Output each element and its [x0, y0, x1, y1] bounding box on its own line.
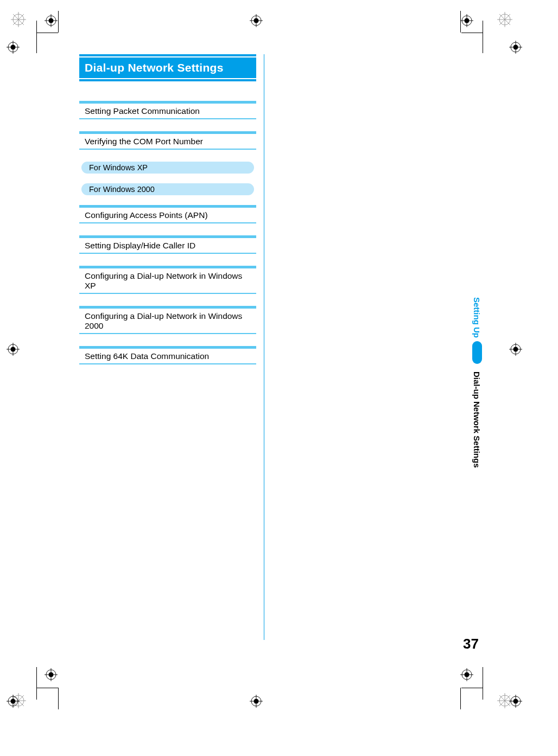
section-heading: Setting 64K Data Communication	[79, 346, 256, 364]
side-tab-topic: Dial-up Network Settings	[472, 371, 481, 468]
registration-mark-icon	[45, 14, 58, 27]
section-heading: Configuring a Dial-up Network in Windows…	[79, 266, 256, 294]
svg-line-19	[499, 695, 510, 706]
sub-heading-pill: For Windows XP	[81, 162, 254, 174]
section-heading: Verifying the COM Port Number	[79, 131, 256, 150]
section-heading: Setting Packet Communication	[79, 101, 256, 119]
side-tab: Setting Up Dial-up Network Settings	[471, 297, 482, 468]
registration-mark-icon	[7, 343, 20, 356]
svg-point-0	[13, 14, 24, 25]
content-column: Dial-up Network Settings Setting Packet …	[79, 54, 256, 376]
registration-mark-icon	[460, 668, 473, 681]
svg-line-3	[13, 14, 24, 25]
registration-mark-icon	[460, 14, 473, 27]
registration-starburst-icon	[11, 693, 26, 708]
svg-point-10	[13, 695, 24, 706]
column-divider	[264, 54, 264, 640]
registration-mark-icon	[250, 695, 263, 708]
svg-line-8	[499, 14, 510, 25]
registration-mark-icon	[7, 695, 20, 708]
side-tab-chapter: Setting Up	[472, 297, 481, 338]
svg-line-9	[499, 14, 510, 25]
section-heading: Setting Display/Hide Caller ID	[79, 235, 256, 254]
registration-mark-icon	[250, 14, 263, 27]
registration-starburst-icon	[497, 12, 512, 27]
registration-mark-icon	[509, 343, 522, 356]
svg-line-18	[499, 695, 510, 706]
registration-mark-icon	[45, 668, 58, 681]
svg-point-15	[499, 695, 510, 706]
svg-point-5	[499, 14, 510, 25]
svg-line-4	[13, 14, 24, 25]
registration-starburst-icon	[11, 12, 26, 27]
svg-line-13	[13, 695, 24, 706]
thumb-tab-icon	[472, 341, 482, 364]
registration-starburst-icon	[497, 693, 512, 708]
page-number: 37	[463, 636, 479, 652]
section-heading: Configuring a Dial-up Network in Windows…	[79, 306, 256, 334]
section-heading: Configuring Access Points (APN)	[79, 205, 256, 223]
sub-heading-pill: For Windows 2000	[81, 183, 254, 195]
svg-line-14	[13, 695, 24, 706]
page-title: Dial-up Network Settings	[79, 57, 256, 78]
registration-mark-icon	[509, 41, 522, 54]
registration-mark-icon	[509, 695, 522, 708]
registration-mark-icon	[7, 41, 20, 54]
page-title-box: Dial-up Network Settings	[79, 54, 256, 81]
